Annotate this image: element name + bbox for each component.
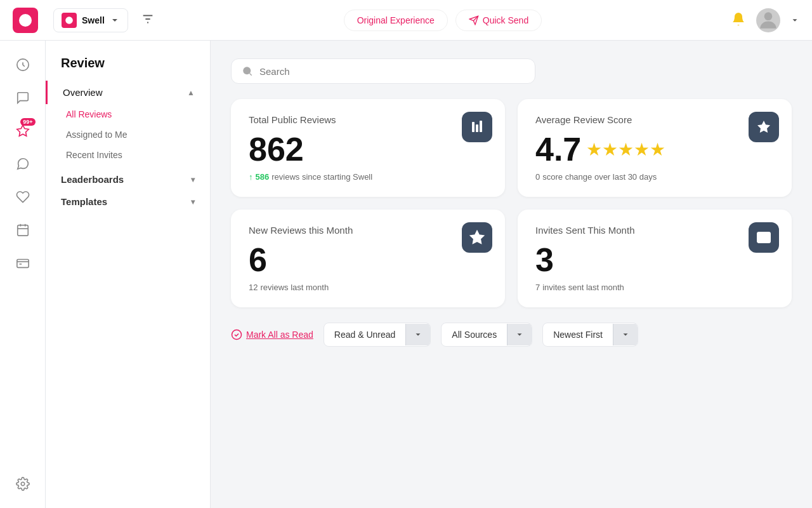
chevron-down-newest-first-icon	[621, 330, 630, 339]
svg-line-17	[249, 73, 251, 75]
reviews-badge: 99+	[20, 118, 35, 126]
new-reviews-icon	[462, 222, 492, 253]
svg-rect-19	[476, 124, 478, 132]
app-logo	[13, 8, 38, 33]
workspace-name: Swell	[82, 15, 105, 25]
total-reviews-value: 862	[249, 133, 487, 166]
nav-sub-item-recent-invites[interactable]: Recent Invites	[46, 145, 210, 165]
card-average-review-score: Average Review Score 4.7 ★★★★★ 0 score c…	[518, 99, 792, 197]
invites-sent-title: Invites Sent This Month	[535, 225, 774, 236]
send-icon	[469, 15, 479, 25]
newest-first-label: Newest First	[543, 323, 613, 346]
nav-sidebar: Review Overview ▲ All Reviews Assigned t…	[46, 41, 211, 508]
workspace-logo	[62, 13, 77, 28]
search-bar[interactable]	[231, 58, 535, 84]
quick-send-button[interactable]: Quick Send	[455, 10, 542, 31]
nav-item-overview[interactable]: Overview ▲	[46, 81, 210, 104]
invites-sent-value: 3	[535, 243, 774, 276]
avg-score-icon	[749, 112, 779, 142]
svg-rect-20	[480, 121, 482, 132]
stars-display: ★★★★★	[586, 139, 665, 160]
search-icon	[242, 65, 253, 77]
card-invites-sent-month: Invites Sent This Month 3 7 invites sent…	[518, 210, 792, 307]
svg-marker-7	[16, 125, 28, 136]
workspace-selector[interactable]: Swell	[53, 8, 128, 32]
nav-item-templates[interactable]: Templates ▾	[46, 187, 210, 210]
main-layout: 99+ Review Overview ▲ All Reviews Assign	[0, 41, 812, 508]
filter-icon[interactable]	[141, 12, 155, 29]
sidebar-icon-dashboard[interactable]	[9, 51, 37, 79]
svg-point-16	[243, 67, 251, 74]
total-reviews-icon	[462, 112, 492, 142]
nav-sub-item-all-reviews[interactable]: All Reviews	[46, 104, 210, 124]
card-new-reviews-month: New Reviews this Month 6 12 reviews last…	[231, 210, 505, 307]
original-experience-button[interactable]: Original Experience	[344, 10, 448, 31]
filter-bar: Mark All as Read Read & Unread All Sourc…	[231, 323, 792, 347]
svg-rect-18	[472, 122, 475, 132]
nav-item-leaderboards[interactable]: Leaderboards ▾	[46, 165, 210, 187]
sidebar-icon-calendar[interactable]	[9, 216, 37, 244]
total-reviews-title: Total Public Reviews	[249, 114, 487, 125]
all-sources-label: All Sources	[442, 323, 507, 346]
svg-point-5	[764, 12, 773, 20]
mark-all-read-button[interactable]: Mark All as Read	[231, 329, 313, 340]
invites-sent-sub: 7 invites sent last month	[535, 283, 774, 292]
templates-chevron-icon: ▾	[191, 197, 195, 206]
sidebar-icon-settings[interactable]	[9, 470, 37, 498]
sidebar-icon-billing[interactable]	[9, 249, 37, 277]
newest-first-dropdown-button[interactable]	[613, 324, 638, 345]
avg-score-value: 4.7	[535, 133, 581, 166]
nav-sub-item-assigned-to-me[interactable]: Assigned to Me	[46, 124, 210, 145]
chevron-down-icon	[110, 15, 120, 25]
check-circle-icon	[231, 329, 242, 340]
notification-bell[interactable]	[731, 11, 746, 29]
svg-rect-8	[17, 225, 28, 236]
avg-score-sub: 0 score change over last 30 days	[535, 172, 774, 182]
svg-rect-12	[16, 260, 28, 268]
read-unread-filter: Read & Unread	[324, 323, 431, 347]
rating-row: 4.7 ★★★★★	[535, 133, 774, 166]
invites-sent-icon	[749, 222, 779, 253]
icon-sidebar: 99+	[0, 41, 46, 508]
sidebar-icon-comments[interactable]	[9, 150, 37, 178]
main-content: Total Public Reviews 862 ↑ 586 reviews s…	[211, 41, 812, 508]
total-reviews-sub: ↑ 586 reviews since starting Swell	[249, 172, 487, 182]
chevron-down-read-unread-icon	[414, 330, 422, 339]
newest-first-filter: Newest First	[542, 323, 638, 347]
topnav-right	[731, 8, 799, 32]
sidebar-icon-favorites[interactable]	[9, 183, 37, 211]
avatar-chevron-icon	[790, 16, 799, 25]
svg-point-1	[65, 17, 73, 24]
sidebar-icon-reviews[interactable]: 99+	[9, 117, 37, 145]
svg-point-23	[232, 330, 242, 340]
nav-section-title: Review	[46, 56, 210, 81]
user-avatar[interactable]	[756, 8, 780, 32]
cards-grid: Total Public Reviews 862 ↑ 586 reviews s…	[231, 99, 792, 307]
total-reviews-change: 586	[256, 172, 270, 182]
all-sources-dropdown-button[interactable]	[507, 324, 532, 345]
overview-chevron-icon: ▲	[187, 88, 195, 97]
card-total-public-reviews: Total Public Reviews 862 ↑ 586 reviews s…	[231, 99, 505, 197]
new-reviews-sub: 12 reviews last month	[249, 283, 487, 292]
all-sources-filter: All Sources	[441, 323, 532, 347]
read-unread-dropdown-button[interactable]	[405, 324, 430, 345]
chevron-down-all-sources-icon	[515, 330, 524, 339]
up-arrow-icon: ↑	[249, 172, 253, 182]
svg-marker-21	[471, 231, 483, 243]
avg-score-title: Average Review Score	[535, 114, 774, 125]
search-input[interactable]	[259, 66, 525, 77]
svg-point-15	[21, 482, 25, 486]
top-navigation: Swell Original Experience Quick Send	[0, 0, 812, 41]
sidebar-icon-chat[interactable]	[9, 84, 37, 112]
new-reviews-title: New Reviews this Month	[249, 225, 487, 236]
leaderboards-chevron-icon: ▾	[191, 175, 195, 184]
new-reviews-value: 6	[249, 243, 487, 276]
read-unread-label: Read & Unread	[324, 323, 406, 346]
topnav-center: Original Experience Quick Send	[165, 10, 721, 31]
